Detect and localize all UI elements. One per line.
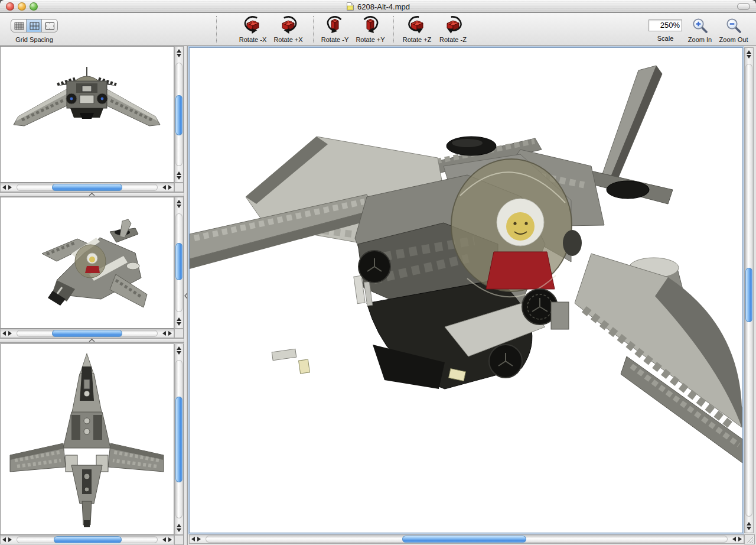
scroll-arrows[interactable] <box>745 49 753 60</box>
grid-spacing-label: Grid Spacing <box>9 36 59 43</box>
scroll-arrows[interactable] <box>175 316 183 327</box>
grid-fine-segment[interactable] <box>11 20 27 32</box>
app-window: 6208-Alt-4.mpd <box>0 0 756 545</box>
scrollbar-corner <box>174 183 184 192</box>
scroll-arrows[interactable] <box>175 199 183 209</box>
perspective-view-hscrollbar[interactable] <box>0 329 174 338</box>
coarse-grid-icon <box>44 22 55 30</box>
grid-medium-segment[interactable] <box>27 20 42 32</box>
scroll-thumb[interactable] <box>402 536 526 543</box>
scroll-arrows[interactable] <box>162 183 172 192</box>
scroll-arrows[interactable] <box>175 170 183 181</box>
scroll-arrows[interactable] <box>732 535 742 543</box>
top-view-vscrollbar[interactable] <box>174 343 184 535</box>
toolbar-separator <box>216 16 217 43</box>
front-view-hscrollbar[interactable] <box>0 183 174 192</box>
scroll-arrows[interactable] <box>175 523 183 533</box>
rotate-plus-z-icon <box>405 15 429 37</box>
panel-splitter-1[interactable] <box>0 192 184 197</box>
scroll-arrows[interactable] <box>191 535 201 543</box>
rotate-minus-x-icon <box>241 15 265 37</box>
panel-splitter-2[interactable] <box>0 338 184 343</box>
toolbar: Grid Spacing Rotate -X Rota <box>0 13 756 46</box>
rotate-minus-z-button[interactable]: Rotate -Z <box>436 15 470 43</box>
viewport-main[interactable] <box>189 47 743 533</box>
rotate-plus-y-icon <box>359 15 382 37</box>
rotate-plus-z-button[interactable]: Rotate +Z <box>400 15 434 43</box>
scroll-thumb[interactable] <box>52 330 122 337</box>
rotate-plus-x-icon <box>276 15 300 37</box>
scroll-arrows[interactable] <box>162 536 172 544</box>
scroll-thumb[interactable] <box>175 243 183 280</box>
model-render-main-view <box>190 48 742 533</box>
grid-coarse-segment[interactable] <box>42 20 57 32</box>
toolbar-separator <box>313 16 314 43</box>
scroll-arrows[interactable] <box>162 329 172 338</box>
titlebar[interactable]: 6208-Alt-4.mpd <box>0 0 756 13</box>
scroll-arrows[interactable] <box>175 345 183 356</box>
scroll-arrows[interactable] <box>2 329 12 338</box>
grid-spacing-group: Grid Spacing <box>9 15 59 43</box>
medium-grid-icon <box>29 22 40 30</box>
rotate-minus-y-button[interactable]: Rotate -Y <box>318 15 352 43</box>
zoom-in-icon <box>691 17 709 35</box>
toolbar-toggle-pill[interactable] <box>737 3 750 10</box>
viewport-front-view[interactable] <box>0 46 174 183</box>
resize-grip[interactable] <box>744 534 755 544</box>
scroll-thumb[interactable] <box>745 268 752 322</box>
scroll-thumb[interactable] <box>175 397 183 482</box>
content-area <box>0 46 756 545</box>
window-title-area: 6208-Alt-4.mpd <box>0 0 756 13</box>
model-render-front-view <box>1 47 174 182</box>
scroll-arrows[interactable] <box>2 536 12 544</box>
front-view-vscrollbar[interactable] <box>174 46 184 183</box>
scroll-arrows[interactable] <box>175 48 183 59</box>
scale-label: Scale <box>649 35 682 42</box>
scale-group: Scale <box>649 15 682 42</box>
scroll-arrows[interactable] <box>745 521 753 531</box>
rotate-plus-y-button[interactable]: Rotate +Y <box>353 15 387 43</box>
window-title: 6208-Alt-4.mpd <box>357 2 410 11</box>
scroll-thumb[interactable] <box>52 184 122 191</box>
rotate-plus-x-button[interactable]: Rotate +X <box>271 15 305 43</box>
sidebar-main-splitter[interactable] <box>184 46 188 545</box>
perspective-view-vscrollbar[interactable] <box>174 197 184 329</box>
splitter-grip-icon <box>89 339 95 342</box>
fine-grid-icon <box>14 22 24 30</box>
grid-spacing-segmented-control <box>11 19 58 33</box>
toolbar-separator <box>393 16 394 43</box>
scale-input[interactable] <box>649 20 682 31</box>
scrollbar-corner <box>174 329 184 338</box>
rotate-minus-y-icon <box>323 15 347 37</box>
zoom-out-button[interactable]: Zoom Out <box>717 15 750 43</box>
main-vscrollbar[interactable] <box>744 47 754 533</box>
document-icon <box>346 2 354 11</box>
model-render-perspective-view <box>1 197 174 328</box>
zoom-out-icon <box>725 17 742 35</box>
main-hscrollbar[interactable] <box>189 534 744 544</box>
rotate-minus-z-icon <box>441 15 465 37</box>
resize-grip-icon <box>745 535 754 544</box>
splitter-grip-icon <box>184 293 187 299</box>
rotate-minus-x-button[interactable]: Rotate -X <box>236 15 270 43</box>
viewport-perspective-view[interactable] <box>0 197 174 329</box>
scroll-arrows[interactable] <box>2 183 12 192</box>
scroll-thumb[interactable] <box>175 95 183 135</box>
scrollbar-corner <box>174 535 184 545</box>
viewport-top-view[interactable] <box>0 343 174 535</box>
zoom-in-button[interactable]: Zoom In <box>685 15 715 43</box>
splitter-grip-icon <box>89 193 95 196</box>
top-view-hscrollbar[interactable] <box>0 535 174 544</box>
scroll-thumb[interactable] <box>54 536 122 543</box>
model-render-top-view <box>1 344 174 534</box>
